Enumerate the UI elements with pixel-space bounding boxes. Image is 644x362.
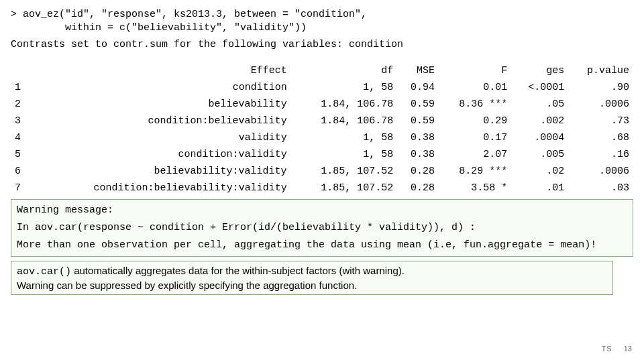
footer-ts: TS <box>602 345 612 353</box>
table-cell: .03 <box>568 180 633 196</box>
r-command: > aov_ez("id", "response", ks2013.3, bet… <box>11 8 633 34</box>
warning-box: Warning message: In aov.car(response ~ c… <box>11 199 633 257</box>
table-cell: 1.85, 107.52 <box>294 163 398 180</box>
table-row: 1condition1, 580.940.01<.0001.90 <box>11 79 633 96</box>
table-cell: 1.85, 107.52 <box>294 180 398 196</box>
table-cell: 5 <box>11 146 31 163</box>
table-cell: .73 <box>568 113 633 129</box>
th-df: df <box>294 62 398 79</box>
table-cell: .0006 <box>568 96 633 113</box>
note-box: aov.car() automatically aggregates data … <box>11 261 613 295</box>
table-cell: <.0001 <box>511 79 568 96</box>
th-index <box>11 62 31 79</box>
table-cell: condition:believability <box>31 113 294 129</box>
warning-line-3: More than one observation per cell, aggr… <box>17 239 627 252</box>
table-cell: 0.28 <box>397 180 439 196</box>
th-ges: ges <box>511 62 568 79</box>
table-cell: .0006 <box>568 163 633 180</box>
table-cell: condition:believability:validity <box>31 180 294 196</box>
table-row: 4validity1, 580.380.17.0004.68 <box>11 129 633 146</box>
table-cell: 8.29 *** <box>439 163 511 180</box>
table-cell: 0.28 <box>397 163 439 180</box>
table-row: 2believability1.84, 106.780.598.36 ***.0… <box>11 96 633 113</box>
th-mse: MSE <box>397 62 439 79</box>
table-row: 7condition:believability:validity1.85, 1… <box>11 180 633 196</box>
table-cell: 2.07 <box>439 146 511 163</box>
table-cell: .005 <box>511 146 568 163</box>
table-cell: .68 <box>568 129 633 146</box>
table-cell: 0.17 <box>439 129 511 146</box>
table-cell: 1.84, 106.78 <box>294 113 398 129</box>
contrast-message: Contrasts set to contr.sum for the follo… <box>11 38 633 52</box>
note-tail: automatically aggregates data for the wi… <box>71 265 405 276</box>
table-cell: 0.59 <box>397 113 439 129</box>
footer-page: 13 <box>624 345 632 353</box>
table-cell: condition <box>31 79 294 96</box>
footer: TS 13 <box>602 345 632 353</box>
table-cell: condition:validity <box>31 146 294 163</box>
table-cell: believability <box>31 96 294 113</box>
table-cell: 0.29 <box>439 113 511 129</box>
table-cell: 0.38 <box>397 146 439 163</box>
table-cell: 7 <box>11 180 31 196</box>
table-cell: .90 <box>568 79 633 96</box>
table-cell: 6 <box>11 163 31 180</box>
table-cell: .002 <box>511 113 568 129</box>
table-cell: .02 <box>511 163 568 180</box>
table-cell: 3.58 * <box>439 180 511 196</box>
table-cell: .0004 <box>511 129 568 146</box>
table-cell: 0.38 <box>397 129 439 146</box>
table-cell: .01 <box>511 180 568 196</box>
table-cell: 1.84, 106.78 <box>294 96 398 113</box>
note-line-2: Warning can be suppressed by explicitly … <box>17 280 357 291</box>
warning-line-1: Warning message: <box>17 204 627 217</box>
th-effect: Effect <box>31 62 294 79</box>
table-cell: 1, 58 <box>294 79 398 96</box>
table-cell: 2 <box>11 96 31 113</box>
table-header-row: Effect df MSE F ges p.value <box>11 62 633 79</box>
table-cell: 0.59 <box>397 96 439 113</box>
code-line-1: > aov_ez("id", "response", ks2013.3, bet… <box>11 9 367 20</box>
table-row: 6believability:validity1.85, 107.520.288… <box>11 163 633 180</box>
note-mono: aov.car() <box>17 266 71 278</box>
table-cell: 1, 58 <box>294 146 398 163</box>
table-cell: 1 <box>11 79 31 96</box>
th-f: F <box>439 62 511 79</box>
table-cell: 4 <box>11 129 31 146</box>
table-cell: .05 <box>511 96 568 113</box>
table-cell: 0.94 <box>397 79 439 96</box>
table-cell: 8.36 *** <box>439 96 511 113</box>
table-cell: 1, 58 <box>294 129 398 146</box>
table-row: 5condition:validity1, 580.382.07.005.16 <box>11 146 633 163</box>
table-row: 3condition:believability1.84, 106.780.59… <box>11 113 633 129</box>
th-pvalue: p.value <box>568 62 633 79</box>
table-cell: validity <box>31 129 294 146</box>
code-line-2: within = c("believability", "validity")) <box>11 22 307 34</box>
table-cell: .16 <box>568 146 633 163</box>
table-cell: believability:validity <box>31 163 294 180</box>
warning-line-2: In aov.car(response ~ condition + Error(… <box>17 221 627 235</box>
table-cell: 3 <box>11 113 31 129</box>
table-cell: 0.01 <box>439 79 511 96</box>
anova-table: Effect df MSE F ges p.value 1condition1,… <box>11 62 633 196</box>
